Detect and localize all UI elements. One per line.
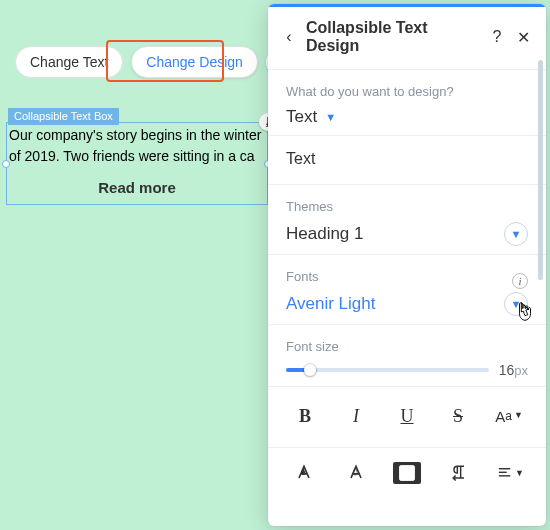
back-icon[interactable]: ‹ <box>280 29 298 45</box>
scrollbar[interactable] <box>538 60 543 280</box>
text-format-row: B I U S Aa▼ <box>268 387 546 447</box>
change-design-button[interactable]: Change Design <box>131 46 258 78</box>
fonts-label: Fonts <box>286 269 319 284</box>
text-body: Our company's story begins in the winter… <box>7 125 267 173</box>
chevron-down-icon: ▼ <box>504 222 528 246</box>
strike-button[interactable]: S <box>443 403 473 429</box>
bold-button[interactable]: B <box>290 403 320 429</box>
themes-section: Themes Heading 1 ▼ <box>268 185 546 254</box>
font-size-section: Font size 16px <box>268 325 546 386</box>
change-text-button[interactable]: Change Text <box>15 46 123 78</box>
text-style-row: ▼ <box>268 448 546 502</box>
text-color-button[interactable] <box>290 462 318 484</box>
themes-value: Heading 1 <box>286 224 364 244</box>
help-icon[interactable]: ? <box>488 28 506 46</box>
font-size-value: 16px <box>499 362 528 378</box>
design-panel: ‹ Collapsible Text Design ? ✕ What do yo… <box>268 4 546 526</box>
text-direction-button[interactable] <box>445 462 473 484</box>
design-target-section: What do you want to design? Text ▼ <box>268 70 546 135</box>
font-size-slider[interactable] <box>286 368 489 372</box>
info-icon[interactable]: i <box>512 273 528 289</box>
design-target-value: Text <box>286 107 317 127</box>
text-outline-button[interactable] <box>342 462 370 484</box>
design-target-select[interactable]: Text ▼ <box>286 107 528 127</box>
read-more-link[interactable]: Read more <box>7 173 267 196</box>
collapsible-text-box[interactable]: ⭳ Our company's story begins in the wint… <box>6 122 268 205</box>
italic-button[interactable]: I <box>341 403 371 429</box>
underline-button[interactable]: U <box>392 403 422 429</box>
themes-label: Themes <box>286 199 528 214</box>
themes-select[interactable]: Heading 1 ▼ <box>286 222 528 246</box>
fonts-section: Fonts i Avenir Light ▼ <box>268 255 546 324</box>
panel-title: Collapsible Text Design <box>306 19 480 55</box>
text-subsection-title: Text <box>268 136 546 184</box>
chevron-down-icon: ▼ <box>504 292 528 316</box>
highlight-button[interactable] <box>393 462 421 484</box>
align-button[interactable]: ▼ <box>496 462 524 484</box>
resize-handle-left[interactable] <box>2 160 10 168</box>
fonts-value: Avenir Light <box>286 294 375 314</box>
element-toolbar: Change Text Change Design <box>15 46 296 78</box>
design-question-label: What do you want to design? <box>286 84 528 99</box>
font-size-label: Font size <box>286 339 528 354</box>
chevron-down-icon: ▼ <box>325 111 336 123</box>
panel-header: ‹ Collapsible Text Design ? ✕ <box>268 7 546 69</box>
fonts-select[interactable]: Avenir Light ▼ <box>286 292 528 316</box>
close-icon[interactable]: ✕ <box>514 28 532 47</box>
slider-knob[interactable] <box>304 364 316 376</box>
text-case-button[interactable]: Aa▼ <box>494 403 524 429</box>
